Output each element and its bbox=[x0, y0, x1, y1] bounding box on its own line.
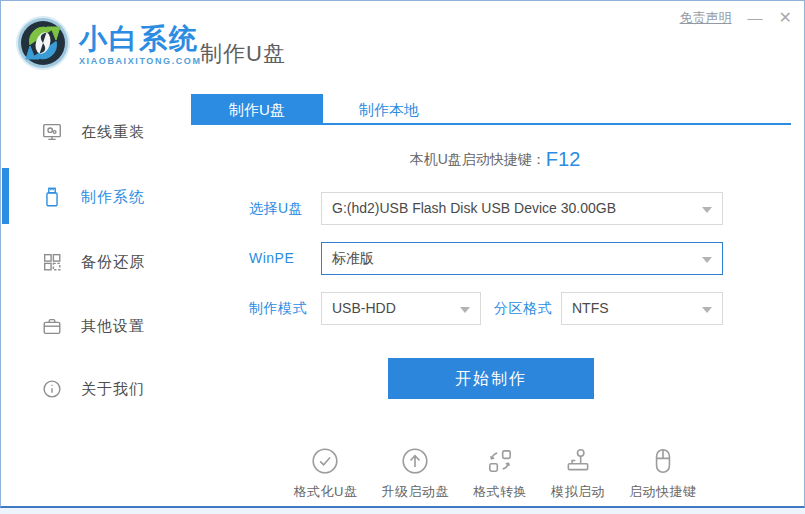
logo-subtitle: XIAOBAIXITONG.COM bbox=[79, 56, 202, 66]
boot-hotkey-label: 本机U盘启动快捷键： bbox=[410, 151, 546, 167]
make-mode-dropdown[interactable]: USB-HDD bbox=[321, 292, 481, 325]
chevron-down-icon bbox=[702, 257, 712, 263]
app-window: 小白系统 XIAOBAIXITONG.COM 制作U盘 免责声明 — ✕ 在线重… bbox=[0, 0, 805, 508]
arrow-up-circle-icon bbox=[400, 446, 430, 476]
logo-text: 小白系统 XIAOBAIXITONG.COM bbox=[79, 24, 202, 66]
tool-label: 升级启动盘 bbox=[381, 483, 449, 501]
usb-select-dropdown[interactable]: G:(hd2)USB Flash Disk USB Device 30.00GB bbox=[321, 192, 723, 225]
minimize-icon[interactable]: — bbox=[748, 9, 763, 27]
tool-label: 格式转换 bbox=[473, 483, 527, 501]
info-icon bbox=[41, 378, 63, 400]
header: 小白系统 XIAOBAIXITONG.COM 制作U盘 免责声明 — ✕ bbox=[1, 1, 804, 91]
sidebar-item-label: 备份还原 bbox=[81, 253, 145, 272]
simulate-boot-button[interactable]: 模拟启动 bbox=[551, 446, 605, 501]
tab-make-usb[interactable]: 制作U盘 bbox=[191, 94, 323, 125]
sidebar-item-make-system[interactable]: 制作系统 bbox=[2, 182, 187, 212]
chevron-down-icon bbox=[702, 307, 712, 313]
disclaimer-link[interactable]: 免责声明 bbox=[680, 9, 732, 27]
make-mode-value: USB-HDD bbox=[332, 300, 396, 316]
partition-format-label: 分区格式 bbox=[494, 292, 552, 325]
sidebar-item-label: 关于我们 bbox=[81, 380, 145, 399]
tab-bar: 制作U盘 制作本地 bbox=[191, 94, 791, 125]
monitor-icon bbox=[41, 121, 63, 143]
winpe-value: 标准版 bbox=[332, 250, 374, 266]
briefcase-icon bbox=[41, 315, 63, 337]
sidebar-item-label: 在线重装 bbox=[81, 123, 145, 142]
boot-hotkey-line: 本机U盘启动快捷键：F12 bbox=[187, 148, 803, 171]
winpe-dropdown[interactable]: 标准版 bbox=[321, 242, 723, 275]
sidebar-item-online-reinstall[interactable]: 在线重装 bbox=[2, 117, 187, 147]
mouse-icon bbox=[648, 446, 678, 476]
upgrade-boot-disk-button[interactable]: 升级启动盘 bbox=[381, 446, 449, 501]
partition-format-value: NTFS bbox=[572, 300, 609, 316]
page-title: 制作U盘 bbox=[200, 39, 286, 69]
convert-icon bbox=[485, 446, 515, 476]
make-mode-label: 制作模式 bbox=[249, 292, 307, 325]
grid-icon bbox=[41, 251, 63, 273]
usb-drive-icon bbox=[41, 186, 63, 208]
joystick-icon bbox=[563, 446, 593, 476]
tool-label: 模拟启动 bbox=[551, 483, 605, 501]
sidebar-item-label: 制作系统 bbox=[81, 188, 145, 207]
tab-make-local[interactable]: 制作本地 bbox=[323, 94, 455, 125]
check-circle-icon bbox=[310, 446, 340, 476]
boot-hotkey-value: F12 bbox=[546, 148, 580, 170]
main-content: 制作U盘 制作本地 本机U盘启动快捷键：F12 选择U盘 G:(hd2)USB … bbox=[187, 92, 803, 504]
logo-title: 小白系统 bbox=[79, 24, 202, 54]
winpe-label: WinPE bbox=[249, 242, 294, 275]
format-usb-button[interactable]: 格式化U盘 bbox=[294, 446, 358, 501]
chevron-down-icon bbox=[460, 307, 470, 313]
tool-label: 启动快捷键 bbox=[629, 483, 697, 501]
format-convert-button[interactable]: 格式转换 bbox=[473, 446, 527, 501]
tool-label: 格式化U盘 bbox=[294, 483, 358, 501]
sidebar-item-backup-restore[interactable]: 备份还原 bbox=[2, 247, 187, 277]
app-logo-icon bbox=[14, 14, 72, 72]
window-controls: 免责声明 — ✕ bbox=[680, 9, 792, 27]
chevron-down-icon bbox=[702, 207, 712, 213]
usb-select-value: G:(hd2)USB Flash Disk USB Device 30.00GB bbox=[332, 200, 616, 216]
partition-format-dropdown[interactable]: NTFS bbox=[561, 292, 723, 325]
sidebar: 在线重装 制作系统 备份还原 其他 bbox=[2, 92, 187, 504]
bottom-toolbar: 格式化U盘 升级启动盘 格式转换 bbox=[187, 446, 803, 501]
close-icon[interactable]: ✕ bbox=[779, 9, 792, 27]
usb-select-label: 选择U盘 bbox=[249, 192, 303, 225]
boot-hotkey-button[interactable]: 启动快捷键 bbox=[629, 446, 697, 501]
sidebar-item-about-us[interactable]: 关于我们 bbox=[2, 374, 187, 404]
sidebar-item-other-settings[interactable]: 其他设置 bbox=[2, 311, 187, 341]
sidebar-item-label: 其他设置 bbox=[81, 317, 145, 336]
start-make-button[interactable]: 开始制作 bbox=[388, 358, 594, 399]
